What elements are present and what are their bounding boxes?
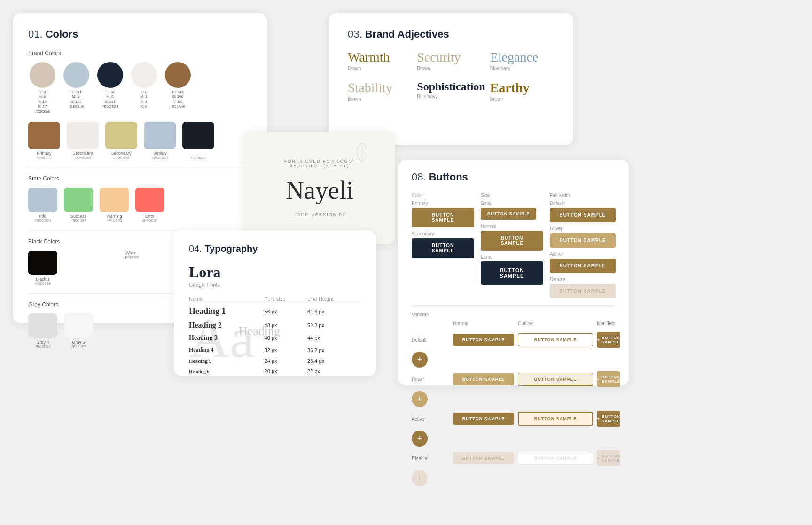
swatch-secondary-2: Secondary #D3C688	[105, 122, 137, 160]
variant-hover-icon-text[interactable]: + BUTTON SAMPLE	[597, 371, 620, 387]
outline-col-header: Outline	[518, 321, 593, 326]
color-label: Color	[412, 193, 474, 198]
disable-fw-btn[interactable]: BUTTON SAMPLE	[550, 284, 616, 298]
table-row: Heading 5 24 px 26.4 px	[189, 356, 361, 366]
variant-active-icon-text[interactable]: + BUTTON SAMPLE	[597, 411, 620, 427]
small-label: Small	[481, 201, 543, 206]
typography-card: 04. Typography Aa Heading Lora Google Fo…	[174, 230, 376, 376]
adj-warmth: Warmth Brown	[348, 50, 412, 71]
color-circle-wrap-5: R: 149G: 106Y: 53#956A40	[164, 62, 192, 110]
large-label: Large	[481, 254, 543, 259]
swatch-secondary-2-box	[105, 122, 137, 149]
plus-icon-hover: +	[597, 377, 600, 382]
adj-security: Security Brown	[417, 50, 485, 71]
active-row-label: Active	[412, 416, 449, 422]
hover-fw-btn[interactable]: BUTTON SAMPLE	[550, 233, 616, 248]
default-row: Default BUTTON SAMPLE BUTTON SAMPLE + BU…	[412, 332, 616, 368]
disable-row-label: Disable	[412, 456, 449, 461]
state-warning: Warning #F4C995	[100, 188, 129, 223]
variant-default-normal[interactable]: BUTTON SAMPLE	[453, 334, 514, 346]
colors-label: Colors	[46, 28, 78, 40]
gray-5: Gray 5 #F7F6F7	[64, 313, 93, 349]
color-column: Color Primary BUTTON SAMPLE Secondary BU…	[412, 193, 474, 298]
svg-line-1	[362, 148, 366, 150]
gray-4-box	[28, 313, 57, 338]
black-1-box	[28, 251, 57, 275]
white-wrap: White #FFFFFF	[123, 251, 139, 259]
state-success-box	[64, 188, 93, 212]
primary-label: Primary	[412, 201, 474, 206]
fullwidth-label: Full-width	[550, 193, 616, 198]
table-row: Heading 3 40 px 44 px	[189, 332, 361, 344]
colors-num: 01.	[28, 28, 43, 40]
swatch-primary-box	[28, 122, 60, 149]
variant-disable-normal[interactable]: BUTTON SAMPLE	[453, 452, 514, 464]
brand-circles-row: C: 0M: 6Y: 14K: 17#D3C6b6 R: 211M: b.B: …	[28, 62, 252, 114]
leaf-icon	[352, 141, 371, 165]
color-circle-wrap-1: C: 0M: 6Y: 14K: 17#D3C6b6	[28, 62, 56, 114]
swatch-secondary-1-box	[67, 122, 99, 149]
swatch-tertiary-1-box	[144, 122, 176, 149]
color-circle-2	[63, 62, 89, 88]
fullwidth-column: Full-width Default BUTTON SAMPLE Hover B…	[550, 193, 616, 298]
table-row: Heading 4 32 px 35.2 px	[189, 344, 361, 356]
font-name: Lora	[189, 264, 361, 281]
gray-4: Gray 4 #E0E0E0	[28, 313, 57, 349]
color-circle-wrap-2: R: 211M: b.B: 182#B8C3b6	[62, 62, 90, 110]
variant-default-icon-text[interactable]: + BUTTON SAMPLE	[597, 332, 620, 348]
plus-icon-active: +	[597, 416, 600, 421]
buttons-num: 08.	[412, 171, 426, 183]
variant-hover-outline[interactable]: BUTTON SAMPLE	[518, 373, 593, 386]
variant-active-normal[interactable]: BUTTON SAMPLE	[453, 413, 514, 425]
variant-disable-icon-text[interactable]: + BUTTON SAMPLE	[597, 450, 620, 466]
hover-row: Hover BUTTON SAMPLE BUTTON SAMPLE + BUTT…	[412, 371, 616, 407]
variant-disable-outline[interactable]: BUTTON SAMPLE	[518, 452, 593, 465]
variant-hover-icon[interactable]: +	[412, 391, 428, 407]
primary-btn[interactable]: BUTTON SAMPLE	[412, 208, 474, 227]
normal-btn[interactable]: BUTTON SAMPLE	[481, 231, 543, 251]
small-btn[interactable]: BUTTON SAMPLE	[481, 208, 536, 220]
variants-section: Variants Normal Outline Icon Text Defaul…	[412, 305, 616, 486]
state-warning-box	[100, 188, 129, 212]
gray-5-box	[64, 313, 93, 338]
variants-headers: Normal Outline Icon Text	[412, 321, 616, 329]
large-btn[interactable]: BUTTON SAMPLE	[481, 261, 543, 285]
hover-row-label: Hover	[412, 377, 449, 382]
brand-adj-num: 03.	[348, 28, 362, 40]
active-fw-btn[interactable]: BUTTON SAMPLE	[550, 259, 616, 273]
typography-title: 04. Typography	[189, 243, 361, 254]
buttons-top-section: Color Primary BUTTON SAMPLE Secondary BU…	[412, 193, 616, 298]
color-circle-wrap-4: C: 0M: 1Y: 4K: 6	[130, 62, 158, 110]
hover-fw-label: Hover	[550, 226, 616, 231]
black-1: Black 1 #0C0808	[28, 251, 57, 286]
brand-colors-label: Brand Colors	[28, 50, 252, 56]
buttons-title: 08. Buttons	[412, 171, 616, 183]
variant-disable-icon[interactable]: +	[412, 470, 428, 486]
variant-active-outline[interactable]: BUTTON SAMPLE	[518, 412, 593, 426]
color-circle-5	[165, 62, 191, 88]
swatch-tertiary-2-box	[182, 122, 214, 149]
default-row-label: Default	[412, 337, 449, 343]
color-circle-wrap-3: C: 14M: 0B: 211#B6C3D3	[96, 62, 124, 110]
swatch-tertiary-2: Tertiary #171E26	[182, 122, 214, 160]
swatch-secondary-1: Secondary #EFECE9	[67, 122, 99, 160]
normal-col-header: Normal	[453, 321, 514, 326]
state-info-box	[28, 188, 57, 212]
logo-font-label: FONTS USED FOR LOGO: BEAUTIFUL (SCRIPT)	[284, 159, 355, 168]
secondary-btn[interactable]: BUTTON SAMPLE	[412, 238, 474, 258]
default-fw-label: Default	[550, 201, 616, 206]
variant-default-icon[interactable]: +	[412, 352, 428, 368]
variant-hover-normal[interactable]: BUTTON SAMPLE	[453, 373, 514, 385]
default-fw-btn[interactable]: BUTTON SAMPLE	[550, 208, 616, 222]
brand-adjectives-card: 03. Brand Adjectives Warmth Brown Securi…	[329, 13, 573, 145]
variant-default-outline[interactable]: BUTTON SAMPLE	[518, 333, 593, 346]
swatch-primary: Primary #958A40	[28, 122, 60, 160]
active-fw-label: Active	[550, 251, 616, 257]
state-info: Info #B6C3D3	[28, 188, 57, 223]
svg-line-2	[362, 151, 367, 154]
variant-active-icon[interactable]: +	[412, 431, 428, 447]
disable-row: Disable BUTTON SAMPLE BUTTON SAMPLE + BU…	[412, 450, 616, 486]
plus-icon-disable: +	[597, 456, 600, 461]
adj-stability: Stability Brown	[348, 80, 412, 102]
svg-line-3	[358, 148, 362, 150]
